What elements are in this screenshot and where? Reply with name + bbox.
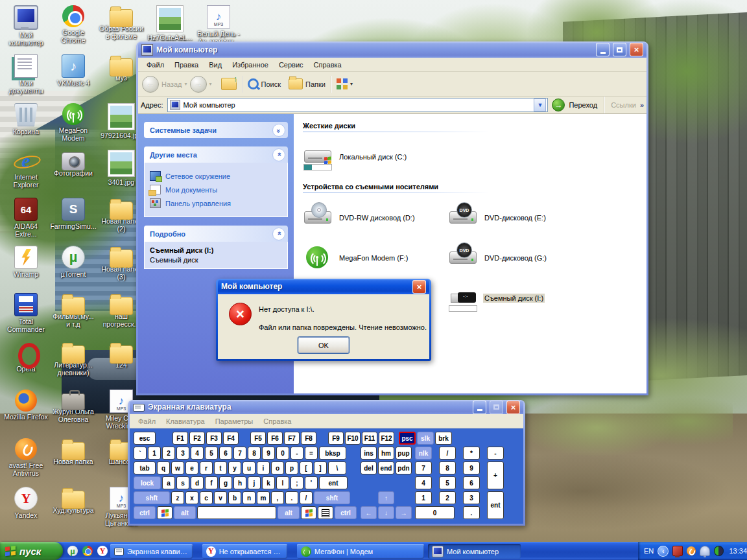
key-/[interactable]: / [300, 491, 313, 504]
drive-item[interactable]: DVDDVD-дисковод (E:) [448, 202, 593, 233]
key-ins[interactable]: ins [361, 447, 377, 460]
key-nlk[interactable]: nlk [415, 447, 432, 460]
key-8[interactable]: 8 [439, 461, 456, 474]
key-.[interactable]: . [463, 506, 480, 519]
menu-item[interactable]: Правка [170, 60, 203, 70]
key-r[interactable]: r [200, 461, 213, 474]
osk-titlebar[interactable]: Экранная клавиатура × [130, 400, 523, 414]
key-j[interactable]: j [248, 476, 261, 489]
key-F3[interactable]: F3 [206, 432, 222, 445]
osk-minimize-button[interactable] [473, 401, 486, 414]
desktop-icon-camera[interactable]: Фотографии [49, 150, 98, 177]
section-header[interactable]: Системные задачи» [144, 122, 288, 138]
key-9[interactable]: 9 [262, 447, 275, 460]
ok-button[interactable]: OK [298, 337, 350, 353]
key-space[interactable] [197, 506, 276, 519]
key-x[interactable]: x [185, 491, 198, 504]
key-F11[interactable]: F11 [362, 432, 377, 445]
key-p[interactable]: p [285, 461, 298, 474]
osk-close-button[interactable]: × [506, 401, 520, 414]
drive-item[interactable]: DVDDVD-дисковод (G:) [448, 242, 593, 274]
desktop-icon-utorrent[interactable]: µµTorrent [49, 246, 98, 278]
section-chevron-icon[interactable]: » [272, 228, 285, 240]
key-menu[interactable] [318, 506, 333, 519]
desktop-icon-briefcase[interactable]: Журун Ольга Олеговна [49, 390, 98, 423]
key-k[interactable]: k [262, 476, 275, 489]
my-computer-titlebar[interactable]: Мой компьютер × [138, 41, 646, 58]
menu-item[interactable]: Сервис [274, 60, 308, 70]
minimize-button[interactable] [596, 43, 610, 56]
key-→[interactable]: → [396, 506, 412, 519]
desktop-icon-mp3[interactable]: ♪Белый День - Ах, мамочк... [194, 5, 243, 45]
key-ctrl[interactable]: ctrl [134, 506, 156, 519]
key-ent[interactable]: ent [487, 491, 504, 519]
key-b[interactable]: b [228, 491, 241, 504]
menu-item[interactable]: Файл [142, 60, 169, 70]
desktop-icon-vkmusic[interactable]: ♪VKMusic 4 [49, 54, 98, 87]
key-z[interactable]: z [171, 491, 184, 504]
sidebar-link[interactable]: Сетевое окружение [150, 171, 282, 181]
key-a[interactable]: a [162, 476, 175, 489]
key-g[interactable]: g [219, 476, 232, 489]
drive-item[interactable]: Съемный диск (I:) [448, 283, 593, 314]
key-d[interactable]: d [191, 476, 204, 489]
desktop-icon-totalcmd[interactable]: Total Commander [1, 293, 51, 333]
osk-maximize-button[interactable] [490, 401, 503, 414]
key-pdn[interactable]: pdn [396, 461, 412, 474]
key-bksp[interactable]: bksp [319, 447, 346, 460]
key-psc[interactable]: psc [399, 432, 416, 445]
key-ctrl[interactable]: ctrl [335, 506, 357, 519]
key-u[interactable]: u [243, 461, 255, 474]
key-2[interactable]: 2 [439, 491, 456, 504]
key-;[interactable]: ; [290, 476, 303, 489]
taskbar-button[interactable]: YНе открывается фл... [202, 544, 287, 559]
key-q[interactable]: q [157, 461, 170, 474]
maximize-button[interactable] [613, 43, 626, 56]
drive-item[interactable]: MegaFon Modem (F:) [303, 242, 448, 274]
key-5[interactable]: 5 [205, 447, 218, 460]
key-↑[interactable]: ↑ [378, 491, 394, 504]
start-button[interactable]: пуск [0, 542, 63, 560]
key-7[interactable]: 7 [415, 461, 432, 474]
key-3[interactable]: 3 [176, 447, 189, 460]
key--[interactable]: - [290, 447, 303, 460]
error-dialog-close-button[interactable]: × [412, 280, 426, 294]
desktop-icon-recycle[interactable]: Корзина [1, 103, 51, 135]
go-icon[interactable]: → [552, 99, 565, 111]
key-4[interactable]: 4 [191, 447, 204, 460]
desktop-icon-folder[interactable]: Литератур... дневники) [49, 342, 98, 377]
key-l[interactable]: l [276, 476, 289, 489]
key-alt[interactable]: alt [174, 506, 196, 519]
key-F1[interactable]: F1 [172, 432, 188, 445]
close-button[interactable]: × [630, 43, 643, 56]
tray-avast-icon[interactable] [687, 546, 696, 555]
key-'[interactable]: ' [305, 476, 318, 489]
key-2[interactable]: 2 [162, 447, 175, 460]
menu-item[interactable]: Избранное [228, 60, 273, 70]
key-win[interactable] [301, 506, 316, 519]
address-dropdown-button[interactable]: ▼ [534, 99, 546, 111]
desktop-icon-folder[interactable]: Фильмы,му... и т.д [49, 293, 98, 328]
sidebar-link[interactable]: Мои документы [150, 185, 282, 194]
key-\[interactable]: \ [328, 461, 346, 474]
key-1[interactable]: 1 [415, 491, 432, 504]
key-y[interactable]: y [228, 461, 241, 474]
desktop-icon-firefox[interactable]: Mozilla Firefox [1, 390, 51, 421]
key-*[interactable]: * [463, 447, 480, 460]
key-6[interactable]: 6 [219, 447, 232, 460]
desktop-icon-docs[interactable]: Мои документы [1, 54, 51, 95]
key-m[interactable]: m [257, 491, 270, 504]
desktop-icon-folder[interactable]: Новая папка [49, 438, 98, 465]
key-4[interactable]: 4 [415, 476, 432, 489]
key-w[interactable]: w [171, 461, 184, 474]
desktop-icon-image[interactable]: Hz7GuteAeL... [145, 5, 195, 41]
address-input[interactable]: Мой компьютер ▼ [167, 98, 549, 112]
key-F6[interactable]: F6 [267, 432, 283, 445]
tray-megafon-icon[interactable] [714, 546, 724, 556]
osk-menu-item[interactable]: Клавиатура [161, 416, 209, 426]
key-slk[interactable]: slk [417, 432, 434, 445]
taskbar-button[interactable]: Экранная клавиатура [110, 544, 193, 559]
key-pup[interactable]: pup [396, 447, 412, 460]
views-icon[interactable] [337, 78, 348, 89]
key-=[interactable]: = [305, 447, 318, 460]
